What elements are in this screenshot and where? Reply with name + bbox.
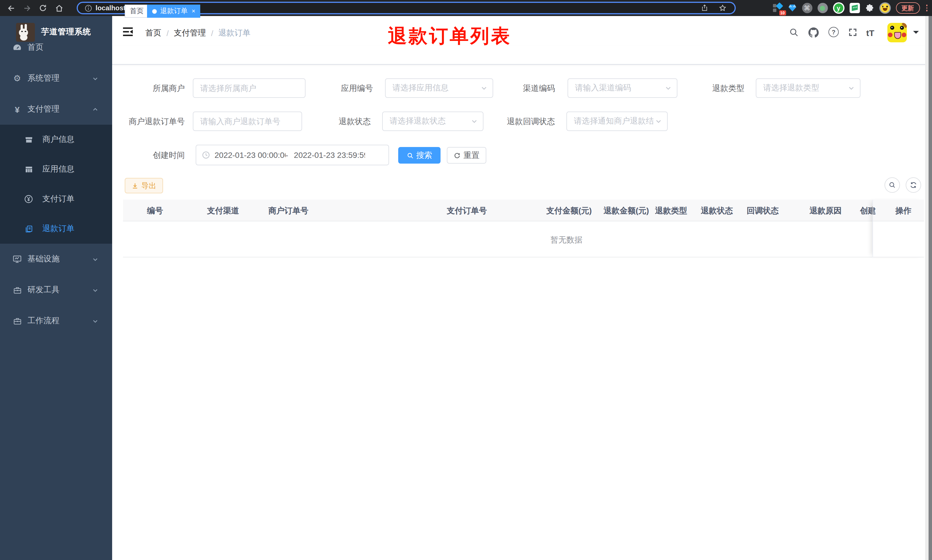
sidebar-item-workflow[interactable]: 工作流程 [0, 305, 112, 336]
sidebar-collapse-icon[interactable] [122, 27, 133, 37]
grid-icon [24, 165, 33, 174]
help-icon[interactable]: ? [829, 27, 839, 37]
reset-button[interactable]: 重置 [447, 147, 486, 164]
breadcrumb-current: 退款订单 [218, 28, 251, 38]
active-dot [152, 9, 157, 14]
tag-home[interactable]: 首页 [125, 5, 149, 18]
extensions-puzzle-icon[interactable] [865, 3, 874, 12]
fullscreen-icon[interactable] [848, 28, 858, 37]
briefcase-icon [12, 285, 22, 295]
extension-flag-icon[interactable] [849, 3, 860, 13]
home-icon[interactable] [54, 3, 64, 13]
tag-refund-order[interactable]: 退款订单 × [147, 5, 200, 18]
export-button[interactable]: 导出 [125, 178, 163, 193]
notify-status-select[interactable]: 请选择通知商户退款结果 [566, 112, 667, 131]
refresh-icon [454, 152, 461, 159]
refund-type-label: 退款类型 [664, 78, 744, 98]
date-end-value[interactable]: 2022-01-23 23:59:59 [294, 151, 365, 160]
avatar[interactable] [887, 23, 907, 42]
channel-code-select[interactable]: 请输入渠道编码 [568, 78, 677, 98]
chevron-down-icon [654, 118, 662, 125]
browser-menu-icon[interactable] [926, 5, 927, 11]
col-merchant-order-no: 商户订单号 [268, 200, 308, 222]
refresh-icon [910, 182, 917, 189]
search-icon [406, 152, 414, 159]
tags-view-bar [112, 46, 932, 65]
chevron-down-icon [847, 85, 855, 92]
breadcrumb-home[interactable]: 首页 [145, 28, 161, 38]
sidebar-item-label: 商户信息 [42, 134, 74, 145]
notify-status-label: 退款回调状态 [469, 112, 555, 131]
sidebar-item-system[interactable]: ⚙ 系统管理 [0, 63, 112, 94]
share-icon[interactable] [701, 4, 708, 12]
col-refund-amount: 退款金额(元) [604, 200, 649, 222]
bookmark-star-icon[interactable] [718, 4, 727, 12]
merchant-refund-no-label: 商户退款订单号 [92, 112, 185, 131]
search-icon [889, 182, 896, 189]
sidebar-item-label: 基础设施 [28, 254, 60, 264]
sidebar-item-infra[interactable]: 基础设施 [0, 244, 112, 275]
yen-icon: ¥ [12, 105, 22, 114]
merchant-refund-no-input[interactable] [193, 112, 302, 131]
sidebar-item-refund-order[interactable]: 退款订单 [0, 214, 112, 244]
reload-icon[interactable] [38, 3, 48, 13]
date-range-picker[interactable]: 2022-01-23 00:00:00 - 2022-01-23 23:59:5… [196, 145, 389, 165]
forward-icon[interactable] [22, 3, 32, 13]
col-pay-order-no: 支付订单号 [447, 200, 487, 222]
back-icon[interactable] [6, 3, 16, 13]
extension-command-icon[interactable]: ⌘ [802, 3, 812, 13]
sidebar-item-pay-order[interactable]: 支付订单 [0, 184, 112, 214]
chevron-down-icon [92, 75, 98, 82]
monitor-icon [12, 255, 22, 264]
col-refund-status: 退款状态 [701, 200, 733, 222]
col-refund-reason: 退款原因 [810, 200, 841, 222]
briefcase-icon [12, 316, 22, 326]
extension-green-dot-icon[interactable] [817, 3, 827, 13]
col-callback-status: 回调状态 [747, 200, 779, 222]
table-empty-row [123, 222, 924, 257]
col-pay-channel: 支付渠道 [207, 200, 239, 222]
url-host: localhost [95, 4, 126, 12]
sidebar-item-dev-tools[interactable]: 研发工具 [0, 275, 112, 305]
shop-icon [24, 135, 33, 144]
avatar-caret-icon[interactable] [913, 31, 919, 37]
extension-badge: 10 [779, 10, 786, 15]
empty-state-text: 暂无数据 [551, 235, 583, 245]
browser-update-button[interactable]: 更新 [896, 2, 920, 14]
extension-gem-icon[interactable] [787, 3, 797, 12]
gear-icon: ⚙ [12, 74, 22, 83]
sidebar: 芋道管理系统 首页 ⚙ 系统管理 ¥ 支付管理 商户信息 应用信息 支付订单 [0, 16, 112, 560]
breadcrumb: 首页 / 支付管理 / 退款订单 [145, 28, 251, 38]
date-start-value[interactable]: 2022-01-23 00:00:00 [215, 151, 286, 160]
extension-tabs-icon[interactable]: 10 [772, 3, 782, 13]
github-icon[interactable] [808, 28, 819, 38]
yen-circle-icon [24, 194, 33, 204]
sidebar-item-label: 首页 [28, 42, 43, 52]
documents-icon [24, 224, 33, 233]
toggle-search-button[interactable] [884, 177, 900, 193]
create-time-label: 创建时间 [103, 145, 185, 165]
sidebar-item-label: 研发工具 [28, 285, 60, 295]
sidebar-item-app-info[interactable]: 应用信息 [0, 154, 112, 184]
sidebar-item-label: 支付管理 [28, 104, 60, 114]
refund-status-select[interactable]: 请选择退款状态 [382, 112, 483, 131]
chevron-down-icon [92, 318, 98, 324]
channel-code-label: 渠道编码 [475, 78, 555, 98]
search-icon[interactable] [789, 28, 799, 37]
breadcrumb-pay[interactable]: 支付管理 [174, 28, 206, 38]
extensions-area: 10 ⌘ y 更新 [772, 0, 927, 16]
refund-type-select[interactable]: 请选择退款类型 [756, 78, 860, 98]
site-info-icon[interactable] [85, 4, 92, 12]
fixed-actions-column [872, 200, 924, 257]
refresh-table-button[interactable] [906, 177, 921, 193]
sidebar-item-label: 支付订单 [42, 194, 74, 204]
font-size-icon[interactable]: tT [866, 28, 874, 38]
extension-y-icon[interactable]: y [833, 2, 844, 14]
sidebar-item-home[interactable]: 首页 [0, 32, 112, 63]
chevron-down-icon [92, 287, 98, 293]
search-button[interactable]: 搜索 [398, 147, 441, 164]
close-icon[interactable]: × [192, 8, 195, 14]
profile-emoji-icon[interactable] [879, 2, 890, 14]
download-icon [132, 182, 138, 189]
screen-edge [929, 16, 932, 560]
